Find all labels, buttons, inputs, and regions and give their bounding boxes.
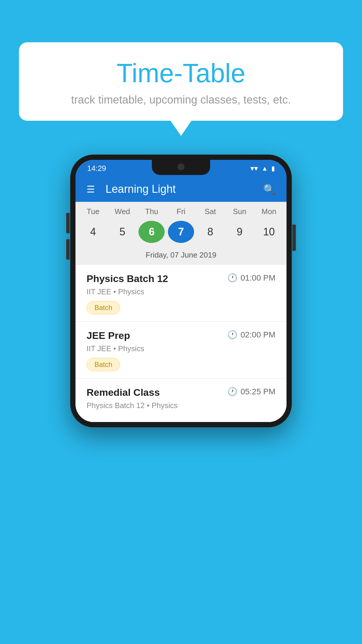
page-title: Time-Table — [36, 58, 326, 88]
phone-notch — [152, 160, 210, 175]
day-header-wed: Wed — [109, 207, 136, 216]
day-8[interactable]: 8 — [197, 221, 224, 243]
schedule-item-1-subtitle: IIT JEE • Physics — [87, 287, 275, 296]
schedule-item-1-header: Physics Batch 12 🕐 01:00 PM — [87, 273, 275, 284]
schedule-item-1[interactable]: Physics Batch 12 🕐 01:00 PM IIT JEE • Ph… — [75, 265, 287, 322]
schedule-item-2-subtitle: IIT JEE • Physics — [87, 344, 275, 353]
schedule-item-1-time-value: 01:00 PM — [240, 273, 275, 283]
calendar-strip: Tue Wed Thu Fri Sat Sun Mon 4 5 6 7 8 9 … — [75, 202, 287, 265]
day-4[interactable]: 4 — [80, 221, 106, 243]
day-numbers-row: 4 5 6 7 8 9 10 — [75, 219, 287, 248]
volume-down-button — [66, 239, 70, 260]
phone-screen: 14:29 ▾▾ ▲ ▮ ☰ Learning Light 🔍 Tue Wed … — [75, 160, 287, 422]
schedule-item-1-name: Physics Batch 12 — [87, 273, 168, 284]
schedule-item-3-time-value: 05:25 PM — [240, 387, 275, 396]
schedule-item-2-badge: Batch — [87, 358, 120, 371]
day-headers-row: Tue Wed Thu Fri Sat Sun Mon — [75, 207, 287, 219]
phone-outer-shell: 14:29 ▾▾ ▲ ▮ ☰ Learning Light 🔍 Tue Wed … — [70, 155, 292, 427]
clock-icon-2: 🕐 — [227, 330, 238, 340]
selected-date-label: Friday, 07 June 2019 — [75, 248, 287, 265]
schedule-item-3-header: Remedial Class 🕐 05:25 PM — [87, 387, 275, 398]
day-9[interactable]: 9 — [226, 221, 253, 243]
schedule-item-1-time: 🕐 01:00 PM — [227, 273, 275, 283]
hamburger-menu-icon[interactable]: ☰ — [87, 184, 95, 195]
volume-up-button — [66, 213, 70, 233]
schedule-list: Physics Batch 12 🕐 01:00 PM IIT JEE • Ph… — [75, 265, 287, 422]
schedule-item-3-subtitle: Physics Batch 12 • Physics — [87, 401, 275, 410]
signal-icon: ▲ — [261, 165, 268, 172]
day-10[interactable]: 10 — [256, 221, 282, 243]
day-5[interactable]: 5 — [109, 221, 136, 243]
schedule-item-1-badge: Batch — [87, 301, 120, 314]
phone-mockup: 14:29 ▾▾ ▲ ▮ ☰ Learning Light 🔍 Tue Wed … — [70, 155, 292, 427]
status-icons: ▾▾ ▲ ▮ — [250, 164, 275, 173]
day-header-sun: Sun — [226, 207, 253, 216]
app-bar: ☰ Learning Light 🔍 — [75, 176, 287, 202]
day-header-thu: Thu — [138, 207, 165, 216]
speech-bubble-section: Time-Table track timetable, upcoming cla… — [19, 42, 343, 121]
page-subtitle: track timetable, upcoming classes, tests… — [36, 94, 326, 106]
day-header-mon: Mon — [256, 207, 282, 216]
power-button — [292, 225, 296, 251]
wifi-icon: ▾▾ — [250, 164, 258, 173]
schedule-item-3-name: Remedial Class — [87, 387, 160, 398]
day-header-fri: Fri — [168, 207, 194, 216]
day-7-selected[interactable]: 7 — [168, 221, 194, 243]
schedule-item-2[interactable]: JEE Prep 🕐 02:00 PM IIT JEE • Physics Ba… — [75, 322, 287, 379]
schedule-item-2-time: 🕐 02:00 PM — [227, 330, 275, 340]
schedule-item-3[interactable]: Remedial Class 🕐 05:25 PM Physics Batch … — [75, 379, 287, 422]
speech-bubble-card: Time-Table track timetable, upcoming cla… — [19, 42, 343, 121]
front-camera — [178, 163, 184, 170]
battery-icon: ▮ — [271, 165, 275, 172]
app-title: Learning Light — [106, 183, 263, 195]
schedule-item-2-name: JEE Prep — [87, 330, 130, 341]
clock-icon-1: 🕐 — [227, 273, 238, 283]
schedule-item-3-time: 🕐 05:25 PM — [227, 387, 275, 396]
clock-icon-3: 🕐 — [227, 387, 238, 396]
search-icon[interactable]: 🔍 — [263, 183, 275, 195]
day-header-sat: Sat — [197, 207, 224, 216]
day-header-tue: Tue — [80, 207, 106, 216]
schedule-item-2-time-value: 02:00 PM — [240, 330, 275, 340]
schedule-item-2-header: JEE Prep 🕐 02:00 PM — [87, 330, 275, 341]
day-6-today[interactable]: 6 — [138, 221, 165, 243]
status-time: 14:29 — [87, 164, 106, 173]
